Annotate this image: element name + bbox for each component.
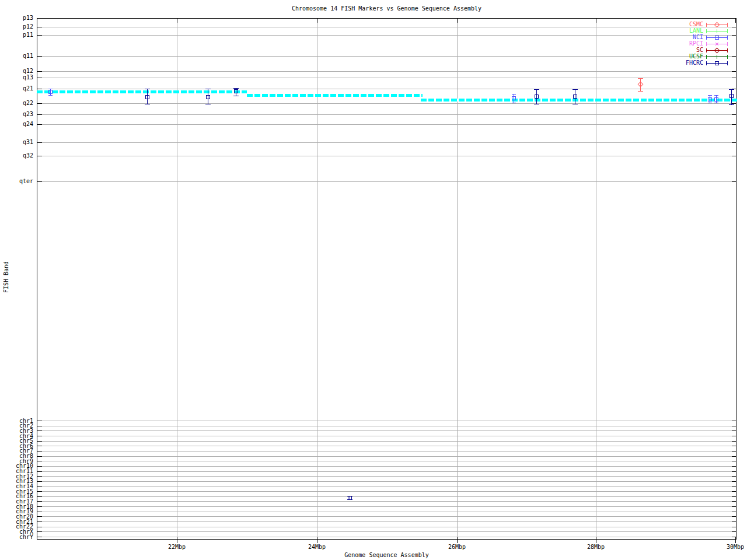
chr-tick-left <box>37 451 42 452</box>
marker-errorbar-cap <box>233 88 239 89</box>
band-label: q23 <box>0 111 33 117</box>
chr-tick-left <box>37 491 42 492</box>
fish-marker-chart: Chromosome 14 FISH Markers vs Genome Seq… <box>0 0 747 560</box>
x-tick-bottom <box>177 537 177 543</box>
marker-errorbar-cap <box>638 91 643 92</box>
legend-label: UCSF <box>657 54 703 60</box>
band-gridline <box>37 56 736 57</box>
band-gridline <box>37 142 736 143</box>
fhcrc-marker <box>348 496 352 500</box>
legend-sample-cap <box>706 55 707 59</box>
band-label: q32 <box>0 153 33 159</box>
band-label: p12 <box>0 24 33 30</box>
chr-tick-right <box>732 537 736 537</box>
chart-title: Chromosome 14 FISH Markers vs Genome Seq… <box>37 6 736 12</box>
band-tick-left <box>37 56 42 57</box>
band-tick-left <box>37 89 42 89</box>
legend-label: NCI <box>657 34 703 40</box>
legend-sample-cap <box>727 61 728 65</box>
chr-gridline <box>37 436 736 436</box>
chr-tick-left <box>37 471 42 472</box>
chr-tick-left <box>37 456 42 457</box>
chr-tick-right <box>732 491 736 492</box>
marker-errorbar-cap <box>48 89 53 89</box>
band-tick-left <box>37 114 42 115</box>
x-axis-title: Genome Sequence Assembly <box>37 552 736 558</box>
legend-sample-marker <box>715 61 719 65</box>
chr-tick-left <box>37 496 42 497</box>
x-tick-label: 26Mbp <box>439 544 474 550</box>
band-tick-right <box>732 124 736 125</box>
band-tick-right <box>732 156 736 156</box>
x-tick-top <box>735 19 736 23</box>
legend-sample-marker <box>717 29 717 33</box>
legend-sample-cap <box>727 42 728 46</box>
marker-errorbar-cap <box>573 89 578 90</box>
marker-errorbar-cap <box>512 103 516 103</box>
marker-errorbar-cap <box>708 95 712 96</box>
chr-gridline <box>37 446 736 446</box>
chr-tick-right <box>732 430 736 431</box>
chr-gridline <box>37 537 736 537</box>
legend-sample-cap <box>706 23 707 27</box>
x-tick-label: 28Mbp <box>578 544 613 550</box>
assembly-segment <box>421 99 737 102</box>
band-tick-left <box>37 71 42 72</box>
x-tick-bottom <box>457 537 458 543</box>
chr-gridline <box>37 522 736 522</box>
nci-marker <box>708 97 712 102</box>
chr-tick-right <box>732 527 736 527</box>
chr-tick-left <box>37 506 42 507</box>
chr-tick-left <box>37 487 42 487</box>
marker-errorbar-cap <box>205 104 211 104</box>
assembly-segment <box>37 90 247 93</box>
chr-tick-left <box>37 421 42 421</box>
x-tick-label: 30Mbp <box>718 544 747 550</box>
chr-gridline <box>37 487 736 487</box>
band-label: q13 <box>0 75 33 80</box>
chr-gridline <box>37 496 736 497</box>
chr-tick-left <box>37 501 42 502</box>
chr-tick-right <box>732 522 736 522</box>
chr-gridline <box>37 430 736 431</box>
marker-errorbar-cap <box>205 89 211 89</box>
legend-sample-marker <box>717 55 717 59</box>
marker-errorbar-cap <box>534 89 539 90</box>
band-tick-right <box>732 181 736 182</box>
legend-label: SC <box>657 47 703 53</box>
chr-tick-right <box>732 496 736 497</box>
legend-sample-marker <box>715 36 719 40</box>
y-axis-title: FISH Band <box>4 257 9 298</box>
nci-marker <box>714 97 718 102</box>
band-gridline <box>37 78 736 78</box>
nci-marker <box>512 96 516 100</box>
chr-tick-right <box>732 501 736 502</box>
legend-label: RPCI <box>657 41 703 47</box>
chr-tick-left <box>37 461 42 461</box>
assembly-segment <box>247 94 423 97</box>
band-tick-left <box>37 103 42 104</box>
band-label: q12 <box>0 68 33 74</box>
chr-tick-left <box>37 466 42 467</box>
chr-gridline <box>37 531 736 532</box>
marker-errorbar-cap <box>534 104 539 104</box>
chr-label: chrY <box>0 534 33 540</box>
chr-tick-right <box>732 506 736 507</box>
chr-tick-left <box>37 512 42 512</box>
legend-sample-cap <box>727 55 728 59</box>
chr-gridline <box>37 506 736 507</box>
band-label: q22 <box>0 100 33 106</box>
chr-tick-right <box>732 451 736 452</box>
band-gridline <box>37 181 736 182</box>
marker-errorbar-cap <box>714 103 718 103</box>
marker-errorbar-cap <box>48 95 53 96</box>
legend-label: CSMC <box>657 22 703 27</box>
chr-tick-left <box>37 426 42 426</box>
chr-tick-right <box>732 436 736 436</box>
chr-tick-left <box>37 476 42 477</box>
band-gridline <box>37 71 736 72</box>
x-tick-label: 22Mbp <box>159 544 194 550</box>
band-gridline <box>37 89 736 89</box>
chr-tick-right <box>732 476 736 477</box>
legend-label: FHCRC <box>657 60 703 66</box>
